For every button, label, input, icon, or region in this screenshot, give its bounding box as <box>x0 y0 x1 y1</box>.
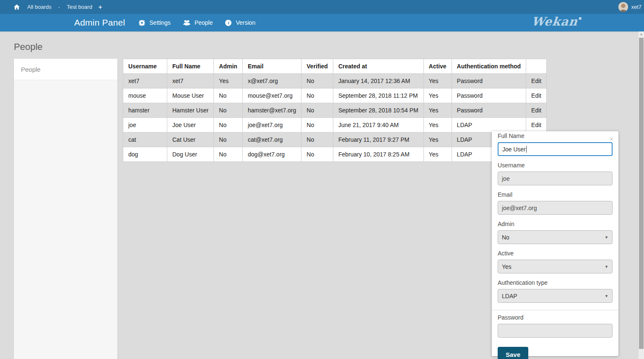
table-cell: Yes <box>423 88 452 103</box>
nav-item-people[interactable]: People <box>183 19 213 26</box>
table-cell: No <box>301 133 333 147</box>
table-cell: June 21, 2017 9:40 AM <box>333 118 423 133</box>
people-table-container: UsernameFull NameAdminEmailVerifiedCreat… <box>123 59 547 162</box>
close-icon[interactable]: ✕ <box>609 136 614 142</box>
username-input: joe <box>498 172 613 185</box>
edit-cell: Edit <box>526 74 547 88</box>
table-cell: Cat User <box>167 133 214 147</box>
table-cell: No <box>301 74 333 88</box>
column-header-Username: Username <box>123 59 167 74</box>
gear-icon <box>139 20 145 26</box>
table-cell: x@xet7.org <box>242 74 301 88</box>
edit-cell: Edit <box>526 118 547 133</box>
table-cell: Yes <box>423 118 452 133</box>
edit-link[interactable]: Edit <box>531 78 541 84</box>
wekan-logo: Wekan <box>531 15 582 29</box>
table-cell: cat@xet7.org <box>242 133 301 147</box>
all-boards-link[interactable]: All boards <box>27 4 52 10</box>
topbar-user-area: xet7 <box>618 2 644 12</box>
column-header-actions <box>526 59 547 74</box>
active-select-value: Yes <box>502 263 512 270</box>
admin-label: Admin <box>498 221 613 227</box>
admin-nav: Settings People i Version <box>139 19 268 26</box>
text-caret <box>526 146 527 153</box>
table-cell: No <box>214 133 243 147</box>
table-row: catCat UserNocat@xet7.orgNoFebruary 11, … <box>123 133 547 147</box>
table-cell: dog <box>123 147 167 162</box>
table-cell: hamster@xet7.org <box>242 103 301 118</box>
table-cell: No <box>214 88 243 103</box>
active-select[interactable]: Yes ▼ <box>498 260 613 273</box>
sidebar-item-label: People <box>21 66 41 73</box>
nav-item-version[interactable]: i Version <box>225 19 255 26</box>
chevron-down-icon: ▼ <box>605 235 608 239</box>
table-cell: LDAP <box>452 118 526 133</box>
table-cell: joe <box>123 118 167 133</box>
column-header-Authentication method: Authentication method <box>452 59 526 74</box>
nav-label-settings: Settings <box>149 19 171 26</box>
table-cell: Yes <box>423 133 452 147</box>
avatar[interactable] <box>618 2 628 12</box>
table-row: dogDog UserNodog@xet7.orgNoFebruary 10, … <box>123 147 547 162</box>
people-icon <box>183 20 190 26</box>
nav-label-people: People <box>195 19 213 26</box>
table-cell: No <box>214 103 243 118</box>
admin-header-bar: Admin Panel Settings People i Version We… <box>0 14 644 31</box>
edit-user-panel: ✕ Full Name Joe User Username joe Email … <box>492 131 618 356</box>
table-cell: February 10, 2017 8:25 AM <box>333 147 423 162</box>
table-cell: Yes <box>423 103 452 118</box>
table-cell: mouse@xet7.org <box>242 88 301 103</box>
people-table: UsernameFull NameAdminEmailVerifiedCreat… <box>123 59 547 162</box>
column-header-Active: Active <box>423 59 452 74</box>
table-cell: No <box>214 147 243 162</box>
password-input[interactable] <box>498 324 613 338</box>
sidebar-item-people[interactable]: People <box>14 59 117 80</box>
breadcrumb-bar: All boards - Test board + xet7 <box>0 0 644 14</box>
auth-type-select-value: LDAP <box>502 293 517 299</box>
table-cell: Dog User <box>167 147 214 162</box>
table-cell: January 14, 2017 12:36 AM <box>333 74 423 88</box>
edit-link[interactable]: Edit <box>531 122 541 128</box>
table-cell: Password <box>452 103 526 118</box>
table-cell: Joe User <box>167 118 214 133</box>
column-header-Full Name: Full Name <box>167 59 214 74</box>
panel-divider <box>492 310 618 310</box>
edit-link[interactable]: Edit <box>531 107 541 114</box>
home-icon[interactable] <box>14 4 20 10</box>
table-cell: September 28, 2018 10:54 PM <box>333 103 423 118</box>
active-label: Active <box>498 250 613 257</box>
scroll-up-icon[interactable]: ▲ <box>639 31 644 37</box>
table-cell: Yes <box>214 74 243 88</box>
chevron-down-icon: ▼ <box>605 265 608 269</box>
table-cell: xet7 <box>167 74 214 88</box>
full-name-value: Joe User <box>502 146 526 153</box>
auth-type-select[interactable]: LDAP ▼ <box>498 289 613 303</box>
password-label: Password <box>498 314 613 321</box>
table-header-row: UsernameFull NameAdminEmailVerifiedCreat… <box>123 59 547 74</box>
admin-panel-title: Admin Panel <box>74 18 125 28</box>
table-cell: Hamster User <box>167 103 214 118</box>
scrollbar-thumb[interactable] <box>639 38 644 349</box>
email-label: Email <box>498 191 613 198</box>
page-title: People <box>14 42 43 52</box>
table-cell: No <box>301 88 333 103</box>
page-scrollbar[interactable]: ▲ <box>639 31 644 359</box>
full-name-input[interactable]: Joe User <box>498 142 613 156</box>
edit-link[interactable]: Edit <box>531 92 541 99</box>
table-cell: mouse <box>123 88 167 103</box>
sidebar: People <box>14 59 117 359</box>
full-name-label: Full Name <box>498 133 613 139</box>
save-button[interactable]: Save <box>498 347 528 359</box>
board-name-link[interactable]: Test board <box>67 4 92 10</box>
admin-select[interactable]: No ▼ <box>498 230 613 244</box>
nav-item-settings[interactable]: Settings <box>139 19 171 26</box>
table-cell: February 11, 2017 9:27 PM <box>333 133 423 147</box>
table-cell: Password <box>452 74 526 88</box>
add-board-button[interactable]: + <box>99 3 102 10</box>
table-cell: Yes <box>423 74 452 88</box>
table-cell: cat <box>123 133 167 147</box>
table-cell: Yes <box>423 147 452 162</box>
current-username[interactable]: xet7 <box>631 4 641 10</box>
table-cell: Mouse User <box>167 88 214 103</box>
table-cell: Password <box>452 88 526 103</box>
